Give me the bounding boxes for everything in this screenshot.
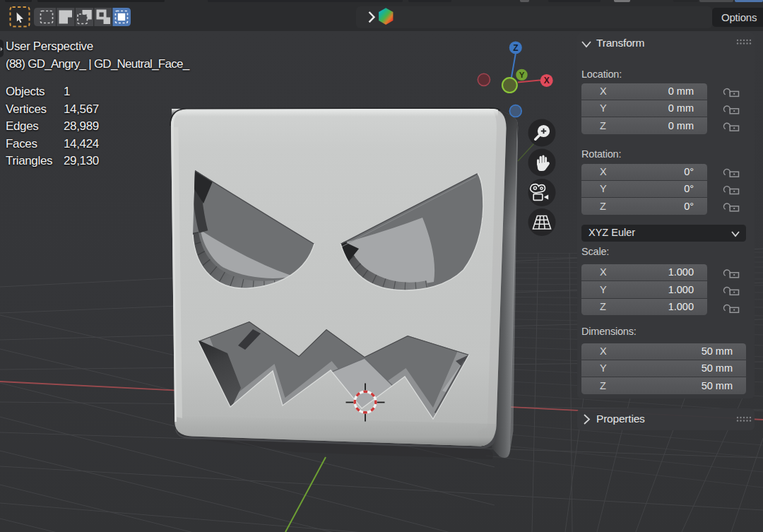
svg-text:Y: Y	[519, 71, 525, 79]
svg-text:Z: Z	[513, 43, 518, 53]
svg-text:X: X	[544, 76, 550, 85]
